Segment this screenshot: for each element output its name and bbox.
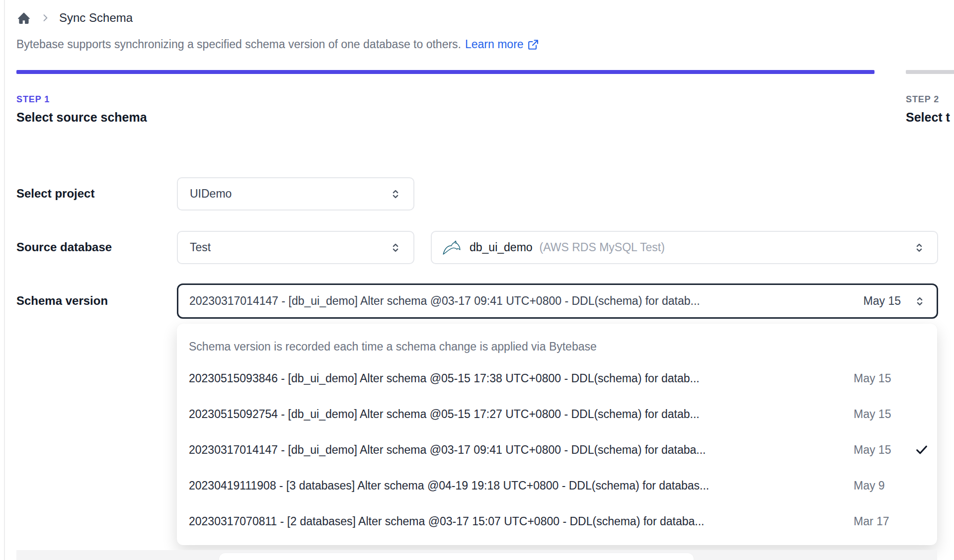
environment-select[interactable]: Test bbox=[177, 231, 414, 264]
chevron-up-down-icon bbox=[389, 241, 402, 255]
option-check-slot bbox=[905, 478, 929, 493]
option-date: May 15 bbox=[854, 372, 905, 385]
dropdown-header-hint: Schema version is recorded each time a s… bbox=[177, 333, 937, 360]
schema-version-option[interactable]: 20230419111908 - [3 databases] Alter sch… bbox=[177, 468, 937, 503]
schema-version-select[interactable]: 20230317014147 - [db_ui_demo] Alter sche… bbox=[177, 283, 938, 319]
option-check-slot bbox=[905, 407, 929, 421]
schema-version-select-value: 20230317014147 - [db_ui_demo] Alter sche… bbox=[189, 294, 700, 308]
schema-version-option[interactable]: 20230317070811 - [2 databases] Alter sch… bbox=[177, 503, 937, 539]
check-icon bbox=[914, 442, 929, 457]
environment-select-value: Test bbox=[190, 241, 211, 254]
left-edge-divider bbox=[4, 0, 5, 560]
chevron-up-down-icon bbox=[912, 241, 926, 255]
intro-text-row: Bytebase supports synchronizing a specif… bbox=[16, 38, 539, 51]
chevron-up-down-icon bbox=[913, 294, 927, 308]
schema-version-select-date: May 15 bbox=[864, 294, 901, 308]
breadcrumb: Sync Schema bbox=[16, 7, 133, 29]
option-text: 20230515093846 - [db_ui_demo] Alter sche… bbox=[189, 372, 700, 385]
option-text: 20230515092754 - [db_ui_demo] Alter sche… bbox=[189, 408, 700, 421]
learn-more-link[interactable]: Learn more bbox=[465, 38, 539, 51]
project-select-value: UIDemo bbox=[190, 187, 232, 201]
next-section-panel-edge bbox=[219, 553, 694, 560]
chevron-up-down-icon bbox=[389, 187, 402, 201]
chevron-right-icon bbox=[40, 13, 50, 23]
select-project-label: Select project bbox=[16, 187, 94, 201]
external-link-icon bbox=[527, 39, 539, 51]
step1-label: STEP 1 bbox=[16, 94, 50, 105]
database-select-name: db_ui_demo bbox=[470, 241, 533, 254]
option-date: Mar 17 bbox=[854, 515, 905, 528]
page-title: Sync Schema bbox=[59, 11, 133, 25]
schema-version-dropdown: Schema version is recorded each time a s… bbox=[177, 324, 937, 545]
learn-more-label: Learn more bbox=[465, 38, 524, 51]
option-check-slot bbox=[905, 371, 929, 386]
step1-progress-bar bbox=[16, 70, 874, 74]
source-database-label: Source database bbox=[16, 240, 112, 254]
database-select[interactable]: db_ui_demo (AWS RDS MySQL Test) bbox=[431, 231, 938, 264]
option-check-slot bbox=[905, 514, 929, 529]
step2-progress-bar bbox=[906, 70, 954, 74]
step2-title: Select t bbox=[906, 110, 950, 125]
option-date: May 15 bbox=[854, 408, 905, 421]
schema-version-option[interactable]: 20230515093846 - [db_ui_demo] Alter sche… bbox=[177, 360, 937, 396]
step1-title: Select source schema bbox=[16, 110, 147, 125]
schema-version-option-list: 20230515093846 - [db_ui_demo] Alter sche… bbox=[177, 360, 937, 539]
option-text: 20230317014147 - [db_ui_demo] Alter sche… bbox=[189, 443, 706, 457]
mysql-dolphin-icon bbox=[442, 239, 462, 256]
schema-version-option[interactable]: 20230317014147 - [db_ui_demo] Alter sche… bbox=[177, 432, 937, 468]
database-select-instance: (AWS RDS MySQL Test) bbox=[540, 241, 665, 254]
option-check-slot bbox=[905, 442, 929, 457]
step2-label: STEP 2 bbox=[906, 94, 939, 105]
option-date: May 15 bbox=[854, 443, 905, 457]
intro-text: Bytebase supports synchronizing a specif… bbox=[16, 38, 461, 51]
option-text: 20230317070811 - [2 databases] Alter sch… bbox=[189, 515, 704, 528]
schema-version-label: Schema version bbox=[16, 294, 108, 308]
option-text: 20230419111908 - [3 databases] Alter sch… bbox=[189, 479, 709, 492]
home-icon[interactable] bbox=[16, 10, 31, 25]
project-select[interactable]: UIDemo bbox=[177, 177, 414, 210]
schema-version-option[interactable]: 20230515092754 - [db_ui_demo] Alter sche… bbox=[177, 396, 937, 432]
option-date: May 9 bbox=[854, 479, 905, 492]
